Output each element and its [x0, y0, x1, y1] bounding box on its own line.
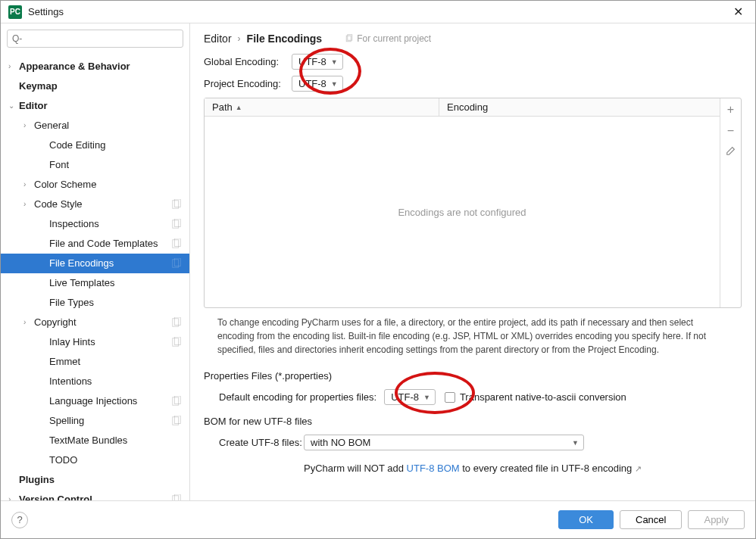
tree-item-label: Code Style — [34, 197, 171, 212]
tree-item-label: Spelling — [49, 413, 171, 428]
global-encoding-label: Global Encoding: — [204, 56, 292, 67]
table-empty-msg: Encodings are not configured — [205, 117, 720, 307]
tree-item-textmate-bundles[interactable]: TextMate Bundles — [1, 431, 189, 450]
project-encoding-dropdown[interactable]: UTF-8 ▼ — [292, 76, 343, 92]
remove-icon[interactable]: − — [727, 124, 734, 138]
transparent-label: Transparent native-to-ascii conversion — [460, 391, 626, 403]
tree-item-label: General — [34, 118, 182, 133]
tree-item-language-injections[interactable]: Language Injections — [1, 391, 189, 411]
edit-icon[interactable] — [726, 145, 736, 159]
tree-item-live-templates[interactable]: Live Templates — [1, 273, 189, 293]
add-icon[interactable]: + — [727, 103, 734, 117]
global-encoding-dropdown[interactable]: UTF-8 ▼ — [292, 54, 343, 70]
transparent-checkbox[interactable] — [445, 392, 455, 403]
tree-item-intentions[interactable]: Intentions — [1, 372, 189, 391]
chevron-down-icon: ▼ — [331, 58, 338, 66]
tree-item-label: Appearance & Behavior — [19, 59, 182, 74]
project-scope-icon — [171, 199, 182, 210]
chevron-down-icon: ▼ — [331, 80, 338, 88]
apply-button[interactable]: Apply — [688, 510, 745, 529]
sidebar: ›Appearance & BehaviorKeymap⌄Editor›Gene… — [1, 23, 190, 500]
tree-item-file-encodings[interactable]: File Encodings — [1, 254, 189, 273]
encodings-table: Path ▲ Encoding Encodings are not config… — [204, 98, 742, 308]
tree-item-label: Editor — [19, 98, 182, 114]
tree-item-emmet[interactable]: Emmet — [1, 352, 189, 372]
tree-item-label: Inlay Hints — [49, 335, 171, 350]
tree-item-label: TextMate Bundles — [49, 433, 182, 448]
tree-item-general[interactable]: ›General — [1, 116, 189, 136]
chevron-icon: › — [8, 492, 19, 500]
chevron-icon: › — [23, 315, 34, 330]
footer: ? OK Cancel Apply — [1, 500, 755, 538]
breadcrumb: Editor › File Encodings For current proj… — [204, 33, 742, 45]
project-scope-icon — [171, 238, 182, 249]
chevron-down-icon: ▼ — [572, 439, 579, 447]
tree-item-file-and-code-templates[interactable]: File and Code Templates — [1, 234, 189, 254]
content-panel: Editor › File Encodings For current proj… — [190, 23, 755, 500]
tree-item-label: Font — [49, 157, 182, 173]
project-scope-icon — [171, 494, 182, 500]
chevron-icon: › — [8, 59, 19, 74]
chevron-icon: › — [23, 197, 34, 212]
titlebar: PC Settings ✕ — [1, 1, 755, 23]
tree-item-inlay-hints[interactable]: Inlay Hints — [1, 332, 189, 352]
tree-item-label: Code Editing — [49, 138, 182, 153]
tree-item-inspections[interactable]: Inspections — [1, 214, 189, 234]
tree-item-todo[interactable]: TODO — [1, 450, 189, 470]
tree-item-label: Inspections — [49, 217, 171, 232]
tree-item-code-style[interactable]: ›Code Style — [1, 195, 189, 214]
tree-item-spelling[interactable]: Spelling — [1, 411, 189, 431]
sort-asc-icon: ▲ — [236, 104, 242, 111]
copy-icon — [345, 34, 354, 43]
breadcrumb-current: File Encodings — [247, 33, 323, 45]
bom-note: PyCharm will NOT add UTF-8 BOM to every … — [204, 463, 742, 474]
tree-item-editor[interactable]: ⌄Editor — [1, 96, 189, 116]
tree-item-label: File and Code Templates — [49, 236, 171, 251]
column-encoding[interactable]: Encoding — [439, 98, 720, 116]
tree-item-appearance-behavior[interactable]: ›Appearance & Behavior — [1, 57, 189, 76]
properties-default-label: Default encoding for properties files: — [219, 391, 376, 403]
project-encoding-label: Project Encoding: — [204, 78, 292, 89]
project-scope-icon — [171, 416, 182, 426]
ok-button[interactable]: OK — [558, 510, 614, 529]
project-scope-icon — [171, 258, 182, 269]
properties-encoding-dropdown[interactable]: UTF-8 ▼ — [384, 389, 436, 405]
tree-item-font[interactable]: Font — [1, 155, 189, 175]
search-input[interactable] — [7, 30, 183, 48]
utf8-bom-link[interactable]: UTF-8 BOM — [407, 463, 460, 474]
tree-item-label: Keymap — [19, 79, 182, 94]
cancel-button[interactable]: Cancel — [620, 510, 682, 529]
tree-item-label: File Types — [49, 295, 182, 310]
project-scope-icon — [171, 317, 182, 328]
tree-item-label: Version Control — [19, 492, 171, 500]
tree-item-code-editing[interactable]: Code Editing — [1, 136, 189, 155]
settings-tree: ›Appearance & BehaviorKeymap⌄Editor›Gene… — [1, 54, 189, 500]
tree-item-label: File Encodings — [49, 256, 171, 271]
close-icon[interactable]: ✕ — [729, 5, 748, 19]
tree-item-label: Live Templates — [49, 276, 182, 291]
tree-item-plugins[interactable]: Plugins — [1, 470, 189, 490]
bom-section-label: BOM for new UTF-8 files — [204, 416, 742, 427]
breadcrumb-parent[interactable]: Editor — [204, 33, 232, 45]
tree-item-label: Intentions — [49, 374, 182, 389]
help-button[interactable]: ? — [11, 512, 28, 528]
properties-section-label: Properties Files (*.properties) — [204, 370, 742, 382]
external-link-icon: ↗ — [635, 464, 642, 473]
tree-item-keymap[interactable]: Keymap — [1, 76, 189, 96]
tree-item-label: Copyright — [34, 315, 171, 330]
tree-item-copyright[interactable]: ›Copyright — [1, 313, 189, 332]
tree-item-label: Plugins — [19, 472, 182, 488]
project-scope-icon — [171, 396, 182, 407]
tree-item-version-control[interactable]: ›Version Control — [1, 490, 189, 500]
tree-item-color-scheme[interactable]: ›Color Scheme — [1, 175, 189, 195]
tree-item-file-types[interactable]: File Types — [1, 293, 189, 313]
tree-item-label: Emmet — [49, 354, 182, 369]
tree-item-label: TODO — [49, 453, 182, 468]
chevron-icon: ⌄ — [8, 98, 19, 114]
chevron-right-icon: › — [238, 33, 241, 44]
column-path[interactable]: Path ▲ — [205, 98, 439, 116]
create-utf8-dropdown[interactable]: with NO BOM ▼ — [304, 435, 584, 450]
create-utf8-label: Create UTF-8 files: — [219, 437, 304, 448]
chevron-icon: › — [23, 177, 34, 192]
breadcrumb-hint: For current project — [357, 33, 431, 44]
